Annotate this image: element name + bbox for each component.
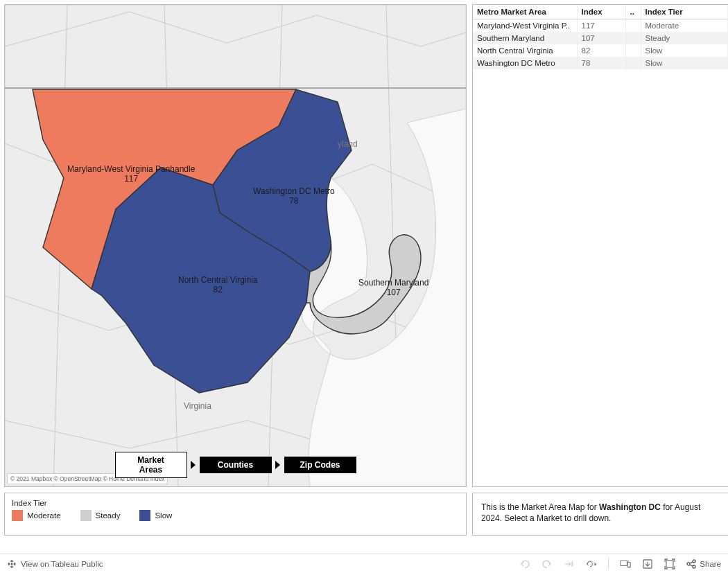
legend-item-slow[interactable]: Slow — [139, 510, 172, 521]
svg-point-17 — [693, 560, 695, 563]
svg-rect-15 — [666, 561, 673, 567]
table-header-row: Metro Market Area Index .. Index Tier — [473, 5, 728, 19]
map-panel[interactable]: Maryland-West Virginia Panhandle 117 Was… — [4, 4, 467, 487]
table-row[interactable]: Southern Maryland 107 Steady — [473, 32, 728, 44]
share-icon — [686, 559, 696, 569]
share-label: Share — [700, 560, 721, 568]
redo-icon[interactable] — [541, 558, 553, 570]
drill-counties[interactable]: Counties — [200, 457, 272, 473]
share-button[interactable]: Share — [686, 559, 721, 569]
th-area[interactable]: Metro Market Area — [473, 5, 577, 19]
view-on-tableau-label: View on Tableau Public — [21, 560, 103, 568]
data-table[interactable]: Metro Market Area Index .. Index Tier Ma… — [473, 5, 728, 69]
caption-prefix: This is the Market Area Map for — [481, 502, 599, 512]
map-svg[interactable] — [5, 5, 466, 486]
th-index[interactable]: Index — [577, 5, 625, 19]
legend-panel: Index Tier Moderate Steady Slow — [4, 493, 467, 536]
table-panel: Metro Market Area Index .. Index Tier Ma… — [472, 4, 728, 487]
svg-point-16 — [687, 563, 690, 565]
legend-item-steady[interactable]: Steady — [80, 510, 121, 521]
swatch-steady — [80, 510, 92, 521]
swatch-moderate — [12, 510, 23, 521]
drill-arrow-icon — [190, 460, 197, 470]
revert-icon[interactable] — [586, 558, 597, 570]
table-row[interactable]: Washington DC Metro 78 Slow — [473, 57, 728, 69]
swatch-slow — [139, 510, 150, 521]
caption-panel: This is the Market Area Map for Washingt… — [472, 493, 728, 536]
toolbar-divider — [608, 558, 609, 570]
svg-rect-12 — [621, 561, 627, 565]
undo-icon[interactable] — [519, 558, 530, 570]
svg-rect-11 — [572, 561, 573, 566]
drill-nav: Market Areas Counties Zip Codes — [115, 452, 356, 478]
tableau-logo-icon — [7, 559, 17, 569]
drill-market-areas[interactable]: Market Areas — [115, 452, 187, 478]
tableau-toolbar: View on Tableau Public Share — [0, 554, 728, 573]
caption-bold: Washington DC — [599, 502, 661, 512]
th-delta[interactable]: .. — [625, 5, 641, 19]
svg-point-18 — [693, 565, 695, 568]
th-tier[interactable]: Index Tier — [641, 5, 728, 19]
drill-zip-codes[interactable]: Zip Codes — [284, 457, 356, 473]
device-icon[interactable] — [620, 558, 631, 570]
fullscreen-icon[interactable] — [664, 558, 675, 570]
svg-rect-3 — [10, 561, 14, 561]
svg-rect-9 — [15, 562, 15, 565]
view-on-tableau-link[interactable]: View on Tableau Public — [7, 559, 103, 569]
drill-arrow-icon — [275, 460, 281, 470]
download-icon[interactable] — [642, 558, 653, 570]
legend-item-moderate[interactable]: Moderate — [12, 510, 61, 521]
replay-icon[interactable] — [564, 558, 575, 570]
svg-rect-10 — [11, 563, 12, 564]
table-row[interactable]: North Central Virginia 82 Slow — [473, 44, 728, 57]
legend-title: Index Tier — [12, 499, 459, 507]
svg-rect-5 — [10, 566, 14, 567]
svg-rect-7 — [8, 562, 9, 565]
table-row[interactable]: Maryland-West Virginia P.. 117 Moderate — [473, 19, 728, 33]
